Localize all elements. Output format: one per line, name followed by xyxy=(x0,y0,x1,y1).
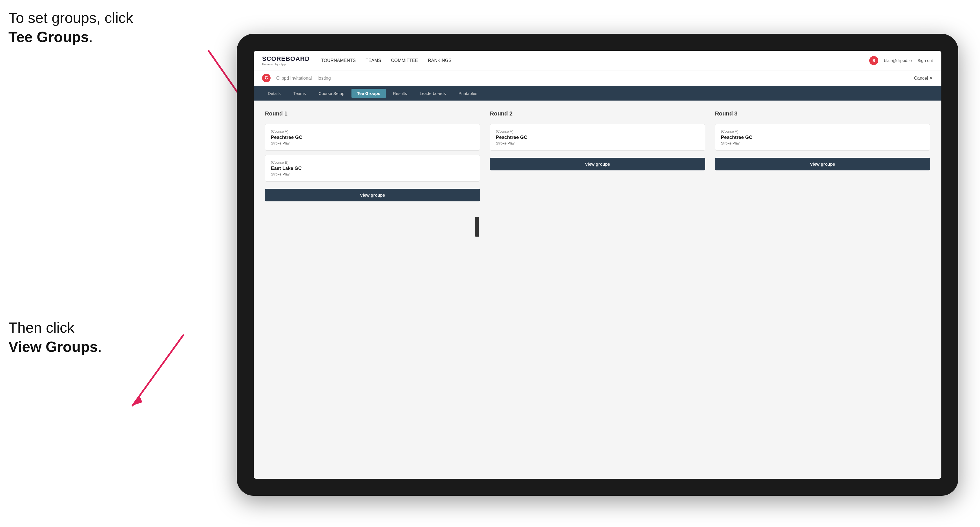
round-2-view-groups-button[interactable]: View groups xyxy=(490,158,705,170)
tablet-device: SCOREBOARD Powered by clippit TOURNAMENT… xyxy=(237,34,958,496)
logo-text: SCOREBOARD xyxy=(262,55,310,62)
main-content: Round 1 (Course A) Peachtree GC Stroke P… xyxy=(254,100,942,479)
tablet-side-button xyxy=(475,217,479,237)
nav-right: B blair@clippd.io Sign out xyxy=(869,56,933,65)
tournament-bar: C Clippd Invitational Hosting Cancel ✕ xyxy=(254,70,942,86)
tournament-name-text: Clippd Invitational xyxy=(276,76,312,81)
instruction-top: To set groups, click Tee Groups. xyxy=(8,8,133,46)
round-1-course-b-format: Stroke Play xyxy=(271,172,474,176)
svg-line-2 xyxy=(132,335,183,406)
tournament-status: Hosting xyxy=(315,76,331,81)
round-1-course-a-name: Peachtree GC xyxy=(271,135,474,140)
tab-results[interactable]: Results xyxy=(387,89,413,98)
cancel-label: Cancel xyxy=(914,76,928,81)
tab-bar: Details Teams Course Setup Tee Groups Re… xyxy=(254,86,942,100)
round-2-column: Round 2 (Course A) Peachtree GC Stroke P… xyxy=(490,110,705,202)
round-2-course-a-format: Stroke Play xyxy=(496,141,699,145)
cancel-button[interactable]: Cancel ✕ xyxy=(914,76,933,81)
round-1-course-a-card: (Course A) Peachtree GC Stroke Play xyxy=(265,124,480,151)
nav-link-teams[interactable]: TEAMS xyxy=(366,57,381,65)
tab-details[interactable]: Details xyxy=(262,89,286,98)
instruction-bottom-line1: Then click xyxy=(8,319,75,336)
rounds-grid: Round 1 (Course A) Peachtree GC Stroke P… xyxy=(265,110,930,202)
round-1-course-b-label: (Course B) xyxy=(271,160,474,165)
round-1-course-b-card: (Course B) East Lake GC Stroke Play xyxy=(265,155,480,182)
instruction-bottom-punctuation: . xyxy=(98,338,102,355)
tab-printables[interactable]: Printables xyxy=(453,89,483,98)
tab-course-setup[interactable]: Course Setup xyxy=(313,89,350,98)
tournament-name: Clippd Invitational Hosting xyxy=(274,75,914,81)
round-1-view-groups-button[interactable]: View groups xyxy=(265,189,480,202)
round-1-column: Round 1 (Course A) Peachtree GC Stroke P… xyxy=(265,110,480,202)
round-2-course-a-name: Peachtree GC xyxy=(496,135,699,140)
nav-link-rankings[interactable]: RANKINGS xyxy=(428,57,452,65)
nav-link-tournaments[interactable]: TOURNAMENTS xyxy=(321,57,356,65)
logo-area: SCOREBOARD Powered by clippit xyxy=(262,55,310,66)
tab-leaderboards[interactable]: Leaderboards xyxy=(414,89,452,98)
nav-links: TOURNAMENTS TEAMS COMMITTEE RANKINGS xyxy=(321,57,869,65)
instruction-top-line1: To set groups, click xyxy=(8,10,133,26)
round-2-course-a-label: (Course A) xyxy=(496,129,699,133)
instruction-bottom-line2: View Groups xyxy=(8,338,98,355)
user-email: blair@clippd.io xyxy=(884,58,912,63)
round-1-course-a-label: (Course A) xyxy=(271,129,474,133)
arrow-bottom xyxy=(99,327,212,417)
sign-out-link[interactable]: Sign out xyxy=(918,58,933,63)
svg-marker-3 xyxy=(132,396,142,406)
logo-sub: Powered by clippit xyxy=(262,62,310,66)
tablet-screen: SCOREBOARD Powered by clippit TOURNAMENT… xyxy=(254,51,942,479)
nav-link-committee[interactable]: COMMITTEE xyxy=(391,57,418,65)
instruction-top-punctuation: . xyxy=(89,29,93,45)
instruction-top-line2: Tee Groups xyxy=(8,29,89,45)
round-3-course-a-name: Peachtree GC xyxy=(721,135,924,140)
round-3-view-groups-button[interactable]: View groups xyxy=(715,158,930,170)
round-1-course-b-name: East Lake GC xyxy=(271,166,474,171)
round-1-title: Round 1 xyxy=(265,110,480,117)
round-3-column: Round 3 (Course A) Peachtree GC Stroke P… xyxy=(715,110,930,202)
logo-scoreboard: SCOREBOARD xyxy=(262,55,310,62)
nav-bar: SCOREBOARD Powered by clippit TOURNAMENT… xyxy=(254,51,942,70)
cancel-x: ✕ xyxy=(929,76,933,81)
round-1-course-a-format: Stroke Play xyxy=(271,141,474,145)
round-3-course-a-format: Stroke Play xyxy=(721,141,924,145)
user-avatar: B xyxy=(869,56,878,65)
tournament-logo: C xyxy=(262,74,270,82)
round-2-title: Round 2 xyxy=(490,110,705,117)
tab-teams[interactable]: Teams xyxy=(288,89,312,98)
round-3-title: Round 3 xyxy=(715,110,930,117)
round-3-course-a-label: (Course A) xyxy=(721,129,924,133)
round-3-course-a-card: (Course A) Peachtree GC Stroke Play xyxy=(715,124,930,151)
instruction-bottom: Then click View Groups. xyxy=(8,318,102,356)
tab-tee-groups[interactable]: Tee Groups xyxy=(352,89,386,98)
round-2-course-a-card: (Course A) Peachtree GC Stroke Play xyxy=(490,124,705,151)
